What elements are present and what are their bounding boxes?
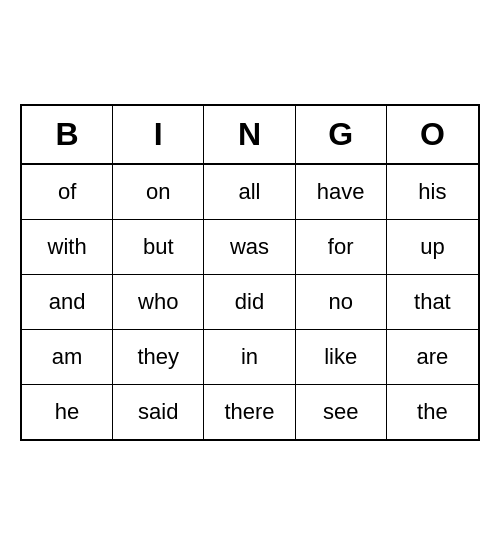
cell-r3c3[interactable]: did <box>204 275 295 330</box>
bingo-card: B I N G O of on all have his with but wa… <box>20 104 480 441</box>
cell-r4c1[interactable]: am <box>22 330 113 385</box>
cell-r1c2[interactable]: on <box>113 165 204 220</box>
header-O: O <box>387 106 478 163</box>
header-N: N <box>204 106 295 163</box>
cell-r4c4[interactable]: like <box>296 330 387 385</box>
cell-r2c3[interactable]: was <box>204 220 295 275</box>
header-B: B <box>22 106 113 163</box>
cell-r2c1[interactable]: with <box>22 220 113 275</box>
cell-r5c4[interactable]: see <box>296 385 387 439</box>
cell-r1c4[interactable]: have <box>296 165 387 220</box>
cell-r3c1[interactable]: and <box>22 275 113 330</box>
cell-r4c3[interactable]: in <box>204 330 295 385</box>
cell-r2c2[interactable]: but <box>113 220 204 275</box>
cell-r3c4[interactable]: no <box>296 275 387 330</box>
cell-r2c5[interactable]: up <box>387 220 478 275</box>
bingo-grid: of on all have his with but was for up a… <box>22 165 478 439</box>
cell-r1c3[interactable]: all <box>204 165 295 220</box>
cell-r3c2[interactable]: who <box>113 275 204 330</box>
cell-r2c4[interactable]: for <box>296 220 387 275</box>
cell-r4c2[interactable]: they <box>113 330 204 385</box>
bingo-header: B I N G O <box>22 106 478 165</box>
cell-r5c3[interactable]: there <box>204 385 295 439</box>
cell-r1c5[interactable]: his <box>387 165 478 220</box>
header-I: I <box>113 106 204 163</box>
cell-r4c5[interactable]: are <box>387 330 478 385</box>
header-G: G <box>296 106 387 163</box>
cell-r5c1[interactable]: he <box>22 385 113 439</box>
cell-r5c5[interactable]: the <box>387 385 478 439</box>
cell-r5c2[interactable]: said <box>113 385 204 439</box>
cell-r3c5[interactable]: that <box>387 275 478 330</box>
cell-r1c1[interactable]: of <box>22 165 113 220</box>
